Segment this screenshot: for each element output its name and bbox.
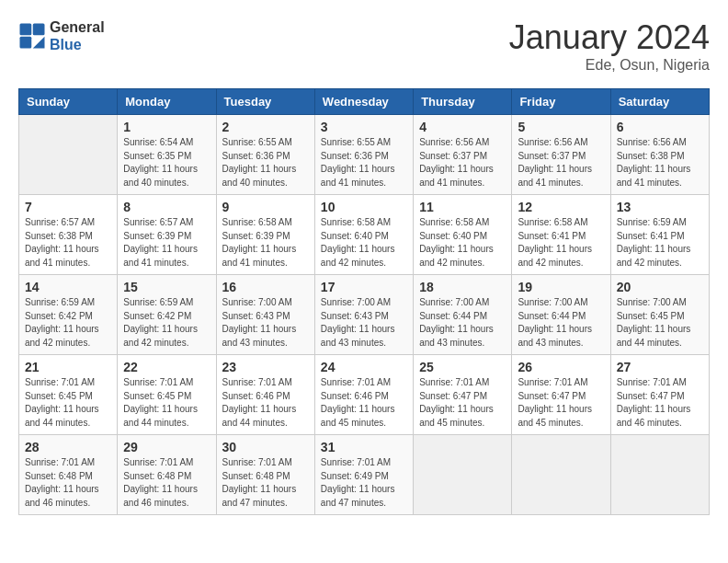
calendar-cell: 8Sunrise: 6:57 AMSunset: 6:39 PMDaylight… — [118, 195, 216, 275]
day-number: 11 — [419, 200, 506, 214]
calendar-cell: 30Sunrise: 7:01 AMSunset: 6:48 PMDayligh… — [216, 435, 314, 515]
day-number: 30 — [222, 440, 309, 454]
day-info: Sunrise: 7:01 AMSunset: 6:48 PMDaylight:… — [123, 456, 210, 510]
day-info: Sunrise: 6:55 AMSunset: 6:36 PMDaylight:… — [321, 136, 407, 190]
calendar-cell — [19, 115, 118, 195]
day-info: Sunrise: 7:01 AMSunset: 6:45 PMDaylight:… — [25, 376, 111, 430]
title-block: January 2024 Ede, Osun, Nigeria — [509, 18, 710, 74]
day-info: Sunrise: 7:01 AMSunset: 6:48 PMDaylight:… — [222, 456, 309, 510]
day-info: Sunrise: 6:58 AMSunset: 6:41 PMDaylight:… — [518, 216, 604, 270]
calendar-cell: 11Sunrise: 6:58 AMSunset: 6:40 PMDayligh… — [414, 195, 512, 275]
day-info: Sunrise: 7:01 AMSunset: 6:45 PMDaylight:… — [123, 376, 210, 430]
calendar-cell: 24Sunrise: 7:01 AMSunset: 6:46 PMDayligh… — [314, 355, 413, 435]
day-number: 10 — [321, 200, 407, 214]
calendar-cell: 6Sunrise: 6:56 AMSunset: 6:38 PMDaylight… — [610, 115, 709, 195]
day-info: Sunrise: 7:01 AMSunset: 6:47 PMDaylight:… — [419, 376, 506, 430]
header-wednesday: Wednesday — [314, 89, 413, 115]
calendar-week-4: 21Sunrise: 7:01 AMSunset: 6:45 PMDayligh… — [19, 355, 710, 435]
calendar-cell: 5Sunrise: 6:56 AMSunset: 6:37 PMDaylight… — [512, 115, 610, 195]
day-number: 22 — [123, 360, 210, 374]
calendar-title: January 2024 — [509, 18, 710, 57]
day-number: 19 — [518, 280, 604, 294]
calendar-cell: 31Sunrise: 7:01 AMSunset: 6:49 PMDayligh… — [314, 435, 413, 515]
calendar-cell: 18Sunrise: 7:00 AMSunset: 6:44 PMDayligh… — [414, 275, 512, 355]
day-number: 3 — [321, 120, 407, 134]
svg-rect-2 — [20, 37, 32, 49]
calendar-cell: 17Sunrise: 7:00 AMSunset: 6:43 PMDayligh… — [314, 275, 413, 355]
day-info: Sunrise: 7:00 AMSunset: 6:45 PMDaylight:… — [617, 296, 703, 350]
day-number: 15 — [123, 280, 210, 294]
day-info: Sunrise: 7:01 AMSunset: 6:46 PMDaylight:… — [222, 376, 309, 430]
day-info: Sunrise: 7:01 AMSunset: 6:48 PMDaylight:… — [25, 456, 111, 510]
day-number: 18 — [419, 280, 506, 294]
calendar-cell: 20Sunrise: 7:00 AMSunset: 6:45 PMDayligh… — [610, 275, 709, 355]
day-info: Sunrise: 7:01 AMSunset: 6:46 PMDaylight:… — [321, 376, 407, 430]
day-info: Sunrise: 6:55 AMSunset: 6:36 PMDaylight:… — [222, 136, 309, 190]
day-info: Sunrise: 6:57 AMSunset: 6:38 PMDaylight:… — [25, 216, 111, 270]
page-header: General Blue January 2024 Ede, Osun, Nig… — [18, 18, 710, 74]
header-saturday: Saturday — [610, 89, 709, 115]
day-number: 28 — [25, 440, 111, 454]
calendar-week-3: 14Sunrise: 6:59 AMSunset: 6:42 PMDayligh… — [19, 275, 710, 355]
day-info: Sunrise: 6:58 AMSunset: 6:39 PMDaylight:… — [222, 216, 309, 270]
day-info: Sunrise: 6:58 AMSunset: 6:40 PMDaylight:… — [321, 216, 407, 270]
calendar-cell: 4Sunrise: 6:56 AMSunset: 6:37 PMDaylight… — [414, 115, 512, 195]
day-info: Sunrise: 7:01 AMSunset: 6:49 PMDaylight:… — [321, 456, 407, 510]
calendar-cell: 2Sunrise: 6:55 AMSunset: 6:36 PMDaylight… — [216, 115, 314, 195]
day-info: Sunrise: 6:57 AMSunset: 6:39 PMDaylight:… — [123, 216, 210, 270]
calendar-cell: 10Sunrise: 6:58 AMSunset: 6:40 PMDayligh… — [314, 195, 413, 275]
day-info: Sunrise: 6:59 AMSunset: 6:41 PMDaylight:… — [617, 216, 703, 270]
day-number: 4 — [419, 120, 506, 134]
day-number: 5 — [518, 120, 604, 134]
calendar-cell: 29Sunrise: 7:01 AMSunset: 6:48 PMDayligh… — [118, 435, 216, 515]
calendar-week-2: 7Sunrise: 6:57 AMSunset: 6:38 PMDaylight… — [19, 195, 710, 275]
calendar-cell: 23Sunrise: 7:01 AMSunset: 6:46 PMDayligh… — [216, 355, 314, 435]
calendar-cell: 16Sunrise: 7:00 AMSunset: 6:43 PMDayligh… — [216, 275, 314, 355]
day-info: Sunrise: 6:56 AMSunset: 6:38 PMDaylight:… — [617, 136, 703, 190]
day-number: 6 — [617, 120, 703, 134]
calendar-cell: 22Sunrise: 7:01 AMSunset: 6:45 PMDayligh… — [118, 355, 216, 435]
calendar-cell — [414, 435, 512, 515]
calendar-header-row: SundayMondayTuesdayWednesdayThursdayFrid… — [19, 89, 710, 115]
calendar-cell — [512, 435, 610, 515]
svg-rect-1 — [33, 24, 45, 36]
calendar-cell: 7Sunrise: 6:57 AMSunset: 6:38 PMDaylight… — [19, 195, 118, 275]
day-number: 13 — [617, 200, 703, 214]
day-info: Sunrise: 7:00 AMSunset: 6:44 PMDaylight:… — [419, 296, 506, 350]
logo-icon — [18, 22, 46, 50]
day-number: 14 — [25, 280, 111, 294]
day-info: Sunrise: 6:59 AMSunset: 6:42 PMDaylight:… — [25, 296, 111, 350]
header-thursday: Thursday — [414, 89, 512, 115]
day-number: 31 — [321, 440, 407, 454]
header-monday: Monday — [118, 89, 216, 115]
day-number: 21 — [25, 360, 111, 374]
day-info: Sunrise: 6:56 AMSunset: 6:37 PMDaylight:… — [518, 136, 604, 190]
day-number: 2 — [222, 120, 309, 134]
day-number: 26 — [518, 360, 604, 374]
svg-rect-0 — [20, 24, 32, 36]
day-number: 24 — [321, 360, 407, 374]
calendar-week-5: 28Sunrise: 7:01 AMSunset: 6:48 PMDayligh… — [19, 435, 710, 515]
day-info: Sunrise: 6:56 AMSunset: 6:37 PMDaylight:… — [419, 136, 506, 190]
day-number: 1 — [123, 120, 210, 134]
logo-text-blue: Blue — [50, 36, 105, 53]
calendar-cell: 3Sunrise: 6:55 AMSunset: 6:36 PMDaylight… — [314, 115, 413, 195]
calendar-cell: 28Sunrise: 7:01 AMSunset: 6:48 PMDayligh… — [19, 435, 118, 515]
calendar-cell: 13Sunrise: 6:59 AMSunset: 6:41 PMDayligh… — [610, 195, 709, 275]
header-sunday: Sunday — [19, 89, 118, 115]
day-info: Sunrise: 7:01 AMSunset: 6:47 PMDaylight:… — [518, 376, 604, 430]
calendar-cell: 14Sunrise: 6:59 AMSunset: 6:42 PMDayligh… — [19, 275, 118, 355]
calendar-cell: 1Sunrise: 6:54 AMSunset: 6:35 PMDaylight… — [118, 115, 216, 195]
day-number: 7 — [25, 200, 111, 214]
logo-text-general: General — [50, 18, 105, 36]
calendar-cell — [610, 435, 709, 515]
day-number: 23 — [222, 360, 309, 374]
calendar-cell: 25Sunrise: 7:01 AMSunset: 6:47 PMDayligh… — [414, 355, 512, 435]
calendar-cell: 21Sunrise: 7:01 AMSunset: 6:45 PMDayligh… — [19, 355, 118, 435]
day-info: Sunrise: 7:00 AMSunset: 6:43 PMDaylight:… — [222, 296, 309, 350]
day-number: 9 — [222, 200, 309, 214]
header-friday: Friday — [512, 89, 610, 115]
day-info: Sunrise: 6:58 AMSunset: 6:40 PMDaylight:… — [419, 216, 506, 270]
day-number: 27 — [617, 360, 703, 374]
calendar-cell: 19Sunrise: 7:00 AMSunset: 6:44 PMDayligh… — [512, 275, 610, 355]
